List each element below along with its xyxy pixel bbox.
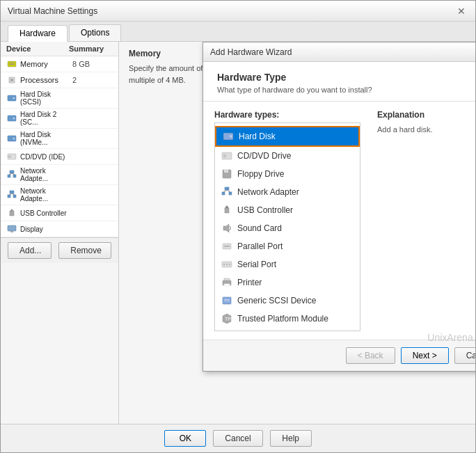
cpu-icon — [6, 74, 17, 86]
cancel-button[interactable]: Cancel — [213, 430, 262, 447]
right-panel: Memory Specify the amount of memory allo… — [119, 42, 475, 424]
window-title: Virtual Machine Settings — [8, 6, 97, 16]
svg-marker-40 — [223, 224, 229, 232]
hw-types-label: Hardware types: — [214, 110, 367, 120]
device-item-hdd1[interactable]: Hard Disk (SCSI) — [1, 88, 118, 109]
hw-type-serial-label: Serial Port — [237, 260, 276, 269]
hw-type-floppy[interactable]: Floppy Drive — [215, 165, 360, 183]
wizard-body: Hardware types: Hard Disk — [203, 102, 475, 340]
svg-point-46 — [229, 264, 230, 265]
svg-rect-13 — [10, 170, 14, 173]
wizard-title-bar: Add Hardware Wizard ✕ — [203, 42, 475, 62]
explanation-label: Explanation — [377, 110, 475, 120]
network-type-icon — [221, 186, 233, 198]
svg-point-10 — [13, 138, 15, 140]
hw-type-scsi[interactable]: Generic SCSI Device — [215, 292, 360, 310]
tab-hardware[interactable]: Hardware — [8, 25, 68, 42]
device-col-header: Device — [6, 45, 69, 53]
wizard-cancel-button[interactable]: Cancel — [454, 347, 475, 364]
hw-type-tpm[interactable]: TPM Trusted Platform Module — [215, 310, 360, 328]
hdd-icon-2 — [6, 113, 17, 124]
device-summary-memory: 8 GB — [72, 60, 113, 68]
hw-type-printer[interactable]: Printer — [215, 273, 360, 292]
device-name-usb: USB Controller — [20, 209, 72, 217]
svg-text:TPM: TPM — [225, 317, 232, 321]
hw-type-network-label: Network Adapter — [237, 187, 299, 197]
device-item-usb[interactable]: USB Controller — [1, 205, 118, 221]
dvd-icon — [6, 151, 17, 162]
title-bar: Virtual Machine Settings ✕ — [1, 1, 475, 22]
svg-rect-1 — [9, 63, 15, 63]
tab-options[interactable]: Options — [69, 24, 121, 41]
add-button[interactable]: Add... — [8, 242, 51, 259]
window-close-button[interactable]: ✕ — [454, 6, 468, 17]
hw-type-cd-dvd[interactable]: CD/DVD Drive — [215, 147, 360, 165]
device-item-net1[interactable]: Network Adapte... — [1, 165, 118, 185]
device-item-display[interactable]: Display — [1, 221, 118, 237]
svg-rect-2 — [9, 64, 15, 65]
remove-button[interactable]: Remove — [58, 242, 111, 259]
svg-rect-25 — [8, 225, 16, 231]
hw-type-usb[interactable]: USB Controller — [215, 201, 360, 219]
hw-type-hard-disk[interactable]: Hard Disk — [215, 126, 360, 147]
hw-type-parallel[interactable]: Parallel Port — [215, 237, 360, 255]
svg-line-37 — [227, 190, 230, 192]
display-icon — [6, 223, 17, 235]
device-list-actions: Add... Remove — [1, 237, 118, 263]
device-list-header: Device Summary — [1, 42, 118, 56]
hw-type-sound[interactable]: Sound Card — [215, 219, 360, 237]
device-name-processors: Processors — [20, 76, 72, 84]
left-panel: Device Summary Memory 8 GB Processo — [1, 42, 119, 424]
main-window: Virtual Machine Settings ✕ Hardware Opti… — [0, 0, 476, 453]
svg-line-16 — [9, 173, 12, 175]
device-item-dvd[interactable]: CD/DVD (IDE) — [1, 149, 118, 165]
device-name-memory: Memory — [20, 60, 72, 68]
svg-rect-19 — [8, 195, 10, 198]
parallel-type-icon — [221, 240, 233, 253]
svg-rect-48 — [224, 278, 230, 280]
device-name-hdd2: Hard Disk 2 (SC... — [20, 111, 72, 126]
hdd-icon-3 — [6, 133, 17, 144]
device-item-hdd3[interactable]: Hard Disk (NVMe... — [1, 129, 118, 149]
svg-rect-4 — [10, 79, 13, 81]
svg-rect-35 — [229, 192, 232, 195]
svg-line-17 — [12, 173, 15, 175]
scsi-type-icon — [221, 294, 233, 307]
wizard-footer: < Back Next > Cancel — [203, 340, 475, 371]
svg-point-30 — [223, 154, 226, 157]
network-icon-2 — [6, 189, 17, 200]
hw-type-network[interactable]: Network Adapter — [215, 183, 360, 201]
svg-rect-38 — [225, 208, 229, 213]
device-item-memory[interactable]: Memory 8 GB — [1, 56, 118, 72]
device-name-net1: Network Adapte... — [20, 167, 72, 182]
hw-type-serial[interactable]: Serial Port — [215, 255, 360, 273]
hw-type-hdd-label: Hard Disk — [239, 132, 276, 141]
device-name-net2: Network Adapte... — [20, 187, 72, 202]
svg-point-12 — [9, 156, 11, 158]
next-button[interactable]: Next > — [401, 347, 449, 364]
hw-type-cd-label: CD/DVD Drive — [237, 151, 291, 161]
device-name-hdd1: Hard Disk (SCSI) — [20, 90, 72, 106]
sound-type-icon — [221, 222, 233, 235]
content-area: Device Summary Memory 8 GB Processo — [1, 42, 475, 424]
svg-rect-32 — [224, 170, 228, 173]
svg-point-45 — [226, 264, 228, 265]
device-item-hdd2[interactable]: Hard Disk 2 (SC... — [1, 109, 118, 129]
device-list: Device Summary Memory 8 GB Processo — [1, 42, 119, 237]
svg-rect-23 — [10, 211, 14, 216]
wizard-dialog: Add Hardware Wizard ✕ Hardware Type What… — [203, 42, 475, 372]
printer-type-icon — [221, 276, 233, 289]
svg-line-22 — [12, 193, 15, 195]
back-button[interactable]: < Back — [346, 347, 395, 364]
hw-type-parallel-label: Parallel Port — [237, 241, 283, 251]
hdd-icon-1 — [6, 93, 17, 104]
svg-marker-24 — [10, 209, 13, 211]
hw-type-tpm-label: Trusted Platform Module — [237, 314, 328, 324]
hdd-type-icon — [222, 130, 235, 143]
help-button[interactable]: Help — [270, 430, 312, 447]
device-item-processors[interactable]: Processors 2 — [1, 72, 118, 88]
device-item-net2[interactable]: Network Adapte... — [1, 185, 118, 205]
svg-rect-15 — [13, 175, 16, 177]
svg-point-6 — [13, 97, 15, 100]
ok-button[interactable]: OK — [164, 430, 206, 447]
